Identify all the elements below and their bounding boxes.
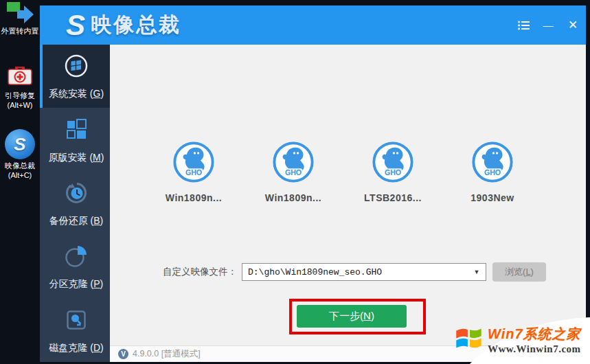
sidebar-item-label: 磁盘克隆 (D)	[49, 342, 103, 354]
app-title: 映像总裁	[91, 11, 181, 39]
sidebar: 系统安装 (G) 原版安装 (M)	[40, 45, 110, 362]
content-area: GHO Win1809n... GHO Win1809n...	[110, 45, 586, 345]
svg-text:GHO: GHO	[385, 168, 401, 177]
sidebar-item-backup-restore[interactable]: 备份还原 (B)	[40, 172, 110, 235]
sidebar-item-label: 备份还原 (B)	[49, 215, 104, 227]
custom-image-file-row: 自定义映像文件： D:\gho\Win1809new_seo.GHO ▼ 浏览(…	[110, 262, 586, 282]
restore-clock-icon	[63, 179, 90, 209]
disk-magnifier-icon	[63, 306, 90, 337]
gho-ghost-icon: GHO	[372, 141, 414, 183]
close-button[interactable]: ✕	[565, 18, 580, 33]
minimize-button[interactable]: —	[541, 18, 556, 33]
svg-text:GHO: GHO	[484, 168, 501, 177]
sgi-logo-icon: S	[5, 129, 35, 159]
watermark-url: Www.Winwin7.com	[488, 343, 581, 355]
version-badge-icon: V	[118, 349, 128, 359]
sidebar-item-disk-clone[interactable]: 磁盘克隆 (D)	[40, 299, 110, 362]
desktop-icon-label: 映像总裁	[1, 161, 39, 170]
title-bar: S 映像总裁 — ✕	[40, 5, 586, 45]
sidebar-item-original-install[interactable]: 原版安装 (M)	[40, 108, 110, 171]
desktop-icon-boot-repair[interactable]: 引导修复 (Alt+W)	[1, 60, 39, 110]
gho-image-item[interactable]: GHO 1903New	[450, 141, 535, 203]
gho-ghost-icon: GHO	[471, 141, 514, 183]
desktop-icon-hotkey: (Alt+W)	[1, 100, 39, 110]
window-controls: — ✕	[516, 18, 580, 33]
gho-image-item[interactable]: GHO Win1809n...	[251, 141, 336, 203]
sidebar-item-label: 分区克隆 (P)	[49, 278, 104, 291]
main-panel: GHO Win1809n... GHO Win1809n...	[110, 45, 586, 362]
desktop-icon-sgi[interactable]: S 映像总裁 (Alt+C)	[1, 129, 39, 180]
sidebar-item-system-install[interactable]: 系统安装 (G)	[40, 45, 110, 108]
svg-text:GHO: GHO	[185, 168, 202, 177]
gho-image-label: LTSB2016...	[364, 192, 422, 203]
external-transfer-icon	[4, 18, 36, 26]
next-step-button[interactable]: 下一步(N)	[297, 305, 407, 328]
app-window: S 映像总裁 — ✕	[40, 5, 586, 362]
gho-image-label: Win1809n...	[265, 192, 321, 203]
system-install-icon	[63, 52, 90, 82]
gho-image-item[interactable]: GHO LTSB2016...	[350, 141, 435, 203]
first-aid-kit-icon	[5, 82, 35, 91]
sidebar-item-label: 系统安装 (G)	[49, 88, 104, 100]
menu-icon[interactable]	[516, 18, 531, 33]
desktop-icon-label: 外置转内置	[1, 26, 39, 36]
watermark: Win7系统之家 Www.Winwin7.com	[452, 321, 589, 359]
browse-button[interactable]: 浏览(L)	[492, 262, 546, 282]
red-highlight-annotation: 下一步(N)	[289, 299, 426, 334]
gho-ghost-icon: GHO	[172, 141, 215, 183]
sidebar-item-label: 原版安装 (M)	[49, 152, 104, 164]
gho-image-label: 1903New	[470, 192, 514, 203]
custom-image-file-label: 自定义映像文件：	[163, 266, 237, 278]
gho-image-list: GHO Win1809n... GHO Win1809n...	[151, 141, 535, 203]
pie-chart-icon	[63, 242, 90, 273]
desktop-icon-external-to-internal[interactable]: 外置转内置	[1, 1, 39, 36]
windows-flag-icon	[452, 321, 486, 359]
svg-text:GHO: GHO	[285, 168, 302, 177]
app-logo: S 映像总裁	[66, 11, 181, 40]
watermark-title: Win7系统之家	[488, 325, 581, 343]
desktop-icon-label: 引导修复	[1, 91, 39, 100]
windows-squares-icon	[63, 116, 90, 146]
sidebar-item-partition-clone[interactable]: 分区克隆 (P)	[40, 235, 110, 298]
version-text: 4.9.0.0 [普通模式]	[133, 348, 201, 360]
gho-image-label: Win1809n...	[166, 192, 222, 203]
gho-ghost-icon: GHO	[272, 141, 315, 183]
desktop-icon-hotkey: (Alt+C)	[1, 170, 39, 180]
image-path-combobox[interactable]: D:\gho\Win1809new_seo.GHO ▼	[242, 263, 486, 281]
logo-s-icon: S	[66, 11, 85, 40]
gho-image-item[interactable]: GHO Win1809n...	[151, 141, 236, 203]
image-path-value: D:\gho\Win1809new_seo.GHO	[242, 267, 468, 277]
dropdown-arrow-icon[interactable]: ▼	[468, 269, 486, 275]
